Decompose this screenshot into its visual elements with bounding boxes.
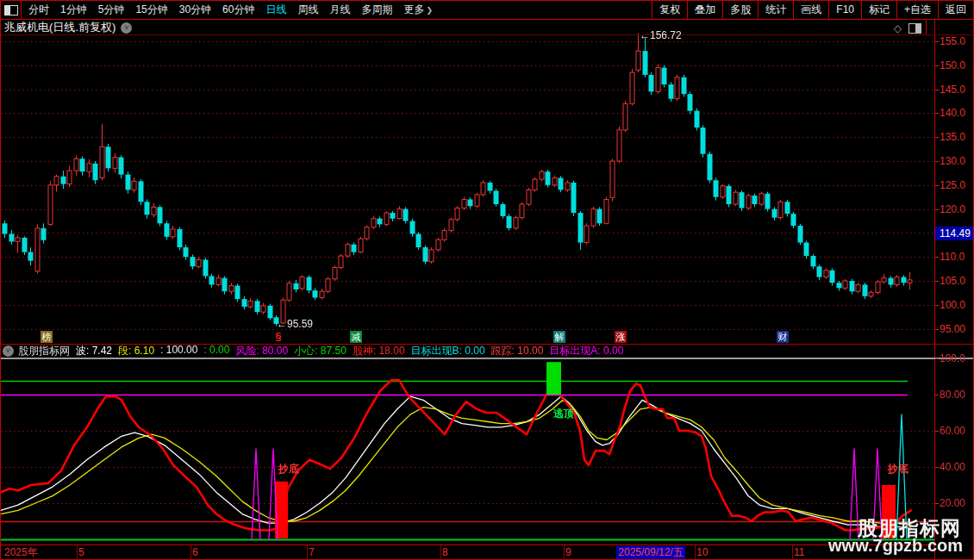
- time-axis-divider: [77, 545, 78, 560]
- time-axis-divider: [564, 545, 565, 560]
- time-axis-label-7: 7: [309, 546, 315, 559]
- event-marker-涨[interactable]: 涨: [615, 331, 627, 343]
- toolbar-buttons: 复权叠加多股统计画线F10标记+自选返回: [652, 1, 973, 19]
- time-axis-label-6: 6: [192, 546, 198, 559]
- selected-date-badge[interactable]: 2025/09/12/五: [616, 546, 685, 559]
- indicator-value-股神: 股神: 18.00: [353, 345, 405, 358]
- event-marker-§[interactable]: §: [272, 331, 284, 343]
- titlebar-bottom-line: [1, 34, 973, 35]
- indicator-axis-label: 100.0: [940, 353, 965, 364]
- layout-split-icon[interactable]: [1, 1, 22, 19]
- low-price-annotation: ←95.59: [277, 318, 313, 330]
- indicator-axis-label: 40.00: [940, 462, 965, 473]
- toolbar-button-+自选[interactable]: +自选: [897, 1, 939, 19]
- toolbar-button-F10[interactable]: F10: [829, 1, 862, 19]
- window-split-icon: [4, 5, 18, 16]
- indicator-axis-label: 80.00: [940, 389, 965, 401]
- axis-separator-line: [934, 20, 935, 559]
- period-tab-更多[interactable]: 更多❯: [403, 3, 433, 17]
- price-axis-label: 125.0: [940, 180, 965, 191]
- time-axis-divider: [695, 545, 696, 560]
- indicator-chart[interactable]: [1, 359, 935, 544]
- period-tab-1分钟[interactable]: 1分钟: [60, 3, 87, 17]
- time-axis-label-10: 10: [696, 546, 708, 559]
- toolbar-button-统计[interactable]: 统计: [759, 1, 794, 19]
- indicator-value-段: 段: 6.10: [118, 345, 154, 358]
- price-axis-label: 135.0: [940, 132, 965, 143]
- time-axis-divider: [190, 545, 191, 560]
- event-marker-榜[interactable]: 榜: [41, 331, 53, 343]
- event-marker-财[interactable]: 财: [777, 331, 789, 343]
- current-price-badge: 114.49: [935, 227, 974, 240]
- time-axis: 2025年5678910112025/09/12/五: [1, 544, 934, 560]
- watermark-site-url: www.7gpzb.com: [828, 536, 963, 556]
- period-tab-周线[interactable]: 周线: [297, 3, 318, 17]
- time-axis-label-8: 8: [442, 546, 448, 559]
- period-tab-15分钟[interactable]: 15分钟: [135, 3, 167, 17]
- time-axis-label-2025年: 2025年: [4, 546, 38, 559]
- period-tab-60分钟[interactable]: 60分钟: [222, 3, 254, 17]
- toolbar-button-标记[interactable]: 标记: [862, 1, 897, 19]
- indicator-value-val: : 0.00: [203, 345, 229, 358]
- indicator-value-val: : 100.00: [160, 345, 197, 358]
- toolbar-button-多股[interactable]: 多股: [723, 1, 759, 19]
- period-tab-分时[interactable]: 分时: [28, 3, 49, 17]
- trading-app-window: 分时1分钟5分钟15分钟30分钟60分钟日线周线月线多周期更多❯ 复权叠加多股统…: [0, 0, 974, 560]
- price-axis-label: 105.0: [940, 276, 965, 287]
- price-axis-label: 155.0: [940, 36, 965, 47]
- indicator-value-股朋指标网: 股朋指标网: [18, 345, 70, 358]
- period-tab-月线[interactable]: 月线: [329, 3, 350, 17]
- toolbar-button-复权[interactable]: 复权: [652, 1, 688, 19]
- price-axis-label: 110.0: [940, 252, 965, 263]
- period-tab-30分钟[interactable]: 30分钟: [179, 3, 211, 17]
- time-axis-divider: [307, 545, 308, 560]
- price-axis-label: 100.0: [940, 300, 965, 311]
- period-tab-日线[interactable]: 日线: [265, 3, 286, 17]
- time-axis-label-11: 11: [794, 546, 804, 559]
- time-axis-divider: [440, 545, 441, 560]
- price-axis-label: 145.0: [940, 84, 965, 96]
- signal-label-抄底: 抄底: [278, 462, 299, 476]
- indicator-value-目标出现B: 目标出现B: 0.00: [411, 345, 485, 358]
- indicator-values: 股朋指标网波: 7.42段: 6.10: 100.00: 0.00风险: 80.…: [18, 345, 629, 358]
- time-axis-label-9: 9: [565, 546, 571, 559]
- toolbar-button-叠加[interactable]: 叠加: [688, 1, 723, 19]
- indicator-value-风险: 风险: 80.00: [235, 345, 288, 358]
- period-tab-多周期[interactable]: 多周期: [361, 3, 392, 17]
- main-candlestick-chart[interactable]: [1, 22, 935, 345]
- signal-label-逃顶: 逃顶: [553, 407, 574, 421]
- indicator-value-波: 波: 7.42: [76, 345, 112, 358]
- collapse-indicator-icon[interactable]: ˅: [3, 345, 14, 357]
- event-marker-解[interactable]: 解: [553, 331, 565, 343]
- period-tab-5分钟[interactable]: 5分钟: [98, 3, 125, 17]
- high-price-annotation: ←156.72: [640, 29, 682, 41]
- price-axis-label: 150.0: [940, 60, 965, 72]
- toolbar: 分时1分钟5分钟15分钟30分钟60分钟日线周线月线多周期更多❯ 复权叠加多股统…: [1, 1, 973, 20]
- indicator-value-小心: 小心: 87.50: [294, 345, 347, 358]
- period-tabs: 分时1分钟5分钟15分钟30分钟60分钟日线周线月线多周期更多❯: [22, 3, 652, 17]
- indicator-axis-label: 20.00: [940, 498, 965, 509]
- signal-label-抄底: 抄底: [888, 462, 908, 476]
- indicator-value-目标出现A: 目标出现A: 0.00: [549, 345, 623, 358]
- time-axis-label-5: 5: [78, 546, 84, 559]
- toolbar-button-返回[interactable]: 返回: [939, 1, 973, 19]
- indicator-header: ˅ 股朋指标网波: 7.42段: 6.10: 100.00: 0.00风险: 8…: [1, 345, 933, 358]
- more-chevron-icon: ❯: [426, 6, 433, 15]
- price-axis-label: 95.00: [940, 324, 965, 335]
- time-axis-divider: [792, 545, 793, 560]
- indicator-value-跟踪: 跟踪: 10.00: [491, 345, 544, 358]
- toolbar-button-画线[interactable]: 画线: [794, 1, 829, 19]
- event-marker-减[interactable]: 减: [350, 331, 362, 343]
- price-axis-label: 130.0: [940, 156, 965, 167]
- price-axis-label: 140.0: [940, 108, 965, 119]
- panel-separator-line[interactable]: [1, 358, 973, 359]
- price-axis-label: 120.0: [940, 204, 965, 215]
- indicator-axis-label: 60.00: [940, 426, 965, 437]
